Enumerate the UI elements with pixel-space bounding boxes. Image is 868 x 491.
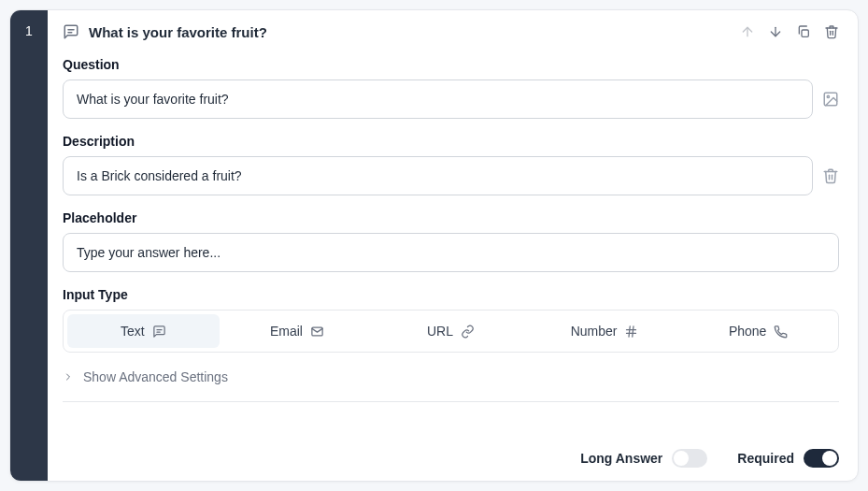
input-type-label: Input Type <box>63 287 839 302</box>
card-title: What is your favorite fruit? <box>89 24 731 40</box>
required-toggle[interactable] <box>804 449 839 468</box>
phone-icon <box>774 325 788 339</box>
svg-rect-4 <box>802 30 808 36</box>
svg-point-6 <box>827 95 829 97</box>
description-input[interactable] <box>63 156 813 195</box>
chat-icon <box>152 325 166 339</box>
question-card: 1 What is your favorite fruit? <box>9 9 859 482</box>
hash-icon <box>624 325 638 339</box>
input-type-phone[interactable]: Phone <box>682 314 834 348</box>
input-type-number[interactable]: Number <box>529 314 681 348</box>
long-answer-toggle[interactable] <box>672 449 707 468</box>
input-type-url[interactable]: URL <box>375 314 527 348</box>
long-answer-label: Long Answer <box>580 451 662 466</box>
type-label-phone: Phone <box>729 324 766 339</box>
type-label-url: URL <box>427 324 453 339</box>
placeholder-input[interactable] <box>63 233 839 272</box>
image-icon[interactable] <box>822 91 839 108</box>
card-footer: Long Answer Required <box>63 449 839 468</box>
move-up-button <box>740 24 755 39</box>
question-label: Question <box>63 57 839 72</box>
placeholder-label: Placeholder <box>63 210 839 225</box>
card-actions <box>740 24 839 39</box>
type-label-text: Text <box>121 324 145 339</box>
svg-line-13 <box>633 325 633 336</box>
duplicate-button[interactable] <box>796 24 811 39</box>
required-label: Required <box>737 451 794 466</box>
move-down-button[interactable] <box>768 24 783 39</box>
mail-icon <box>310 325 324 339</box>
show-advanced-toggle[interactable]: Show Advanced Settings <box>63 369 839 384</box>
description-label: Description <box>63 134 839 149</box>
chevron-right-icon <box>63 371 74 383</box>
divider <box>63 401 839 402</box>
svg-line-12 <box>629 325 630 336</box>
advanced-label: Show Advanced Settings <box>83 369 228 384</box>
link-icon <box>461 325 475 339</box>
chat-icon <box>63 23 79 40</box>
input-type-group: Text Email URL Number Phone <box>63 310 839 353</box>
question-editor: What is your favorite fruit? Question <box>48 10 858 481</box>
question-number: 1 <box>25 23 33 481</box>
input-type-text[interactable]: Text <box>67 314 220 348</box>
delete-button[interactable] <box>824 24 839 39</box>
input-type-email[interactable]: Email <box>221 314 374 348</box>
card-header: What is your favorite fruit? <box>63 23 839 40</box>
delete-description-button[interactable] <box>822 167 839 184</box>
question-input[interactable] <box>63 79 813 119</box>
question-number-column: 1 <box>10 10 48 481</box>
type-label-number: Number <box>571 324 618 339</box>
type-label-email: Email <box>270 324 303 339</box>
